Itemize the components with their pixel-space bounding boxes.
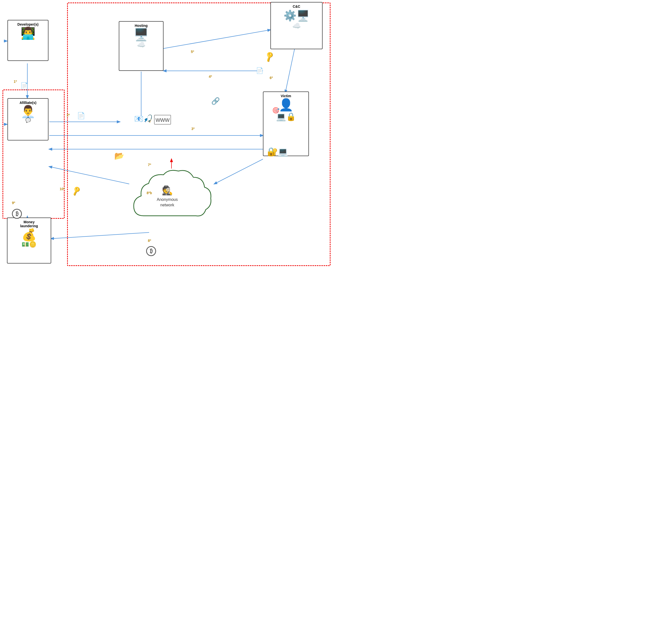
crosshair-icon: 🎯 — [272, 107, 280, 114]
svg-text:network: network — [160, 203, 174, 207]
step-3: 3º — [191, 127, 194, 131]
step-2: 2º — [67, 113, 70, 117]
developer-title: Developer(s) — [10, 22, 46, 26]
doc-icon-1: 📄 — [21, 82, 28, 90]
bitcoin-icon-8: ₿ — [146, 246, 156, 256]
step-8: 8º — [148, 239, 151, 243]
phishing-icon: 📧🎣 — [134, 114, 152, 123]
step-8b: 8ºb — [147, 191, 152, 195]
bitcoin-icon-9: ₿ — [12, 209, 22, 219]
locked-computer-icon: 🔐💻 — [267, 147, 288, 157]
anon-network: Anonymous network 🕵️ — [129, 166, 213, 231]
affiliate-node: Afilliate(s) 👨‍💼 💬 — [7, 98, 48, 140]
step-5: 5º — [191, 50, 194, 54]
money-icon: 💰 — [9, 229, 49, 241]
developer-icon: 👨‍💻 — [10, 27, 46, 39]
victim-icon: 👤 — [266, 99, 307, 111]
hosting-title: Hosting — [121, 24, 161, 28]
step-9: 9º — [12, 201, 15, 205]
diagram: Developer(s) 👨‍💻 Afilliate(s) 👨‍💼 💬 Host… — [0, 0, 336, 311]
cc-title: C&C — [273, 4, 320, 8]
step-4: 4º — [209, 75, 212, 78]
doc-icon-2: 📄 — [77, 112, 85, 119]
money-title: Moneylaundering — [9, 220, 49, 228]
hosting-icon: 🖥️ — [121, 29, 161, 40]
step-1: 1º — [14, 79, 17, 83]
affiliate-title: Afilliate(s) — [10, 101, 46, 105]
cloud-svg: Anonymous network 🕵️ — [129, 166, 213, 231]
cc-node: C&C ⚙️🖥️ ☁️ — [271, 2, 323, 49]
hosting-node: Hosting 🖥️ ☁️ — [119, 21, 164, 71]
step-10: 10º — [60, 187, 65, 191]
step-7: 7º — [148, 163, 151, 167]
affiliate-icon: 👨‍💼 — [10, 106, 46, 117]
victim-node: Victim 👤 💻🔒 — [263, 92, 309, 156]
svg-text:🕵️: 🕵️ — [162, 185, 173, 196]
files-icon: 📂 — [114, 151, 124, 161]
money-node: Moneylaundering 💰 💵🪙 — [7, 217, 51, 264]
developer-node: Developer(s) 👨‍💻 — [7, 20, 48, 61]
www-icon: www — [154, 115, 171, 125]
svg-text:Anonymous: Anonymous — [157, 197, 178, 202]
doc-icon-cc: 📄 — [256, 67, 263, 74]
victim-title: Victim — [266, 94, 307, 98]
chain-icon: 🔗 — [211, 97, 220, 105]
step-6: 6º — [270, 76, 273, 80]
